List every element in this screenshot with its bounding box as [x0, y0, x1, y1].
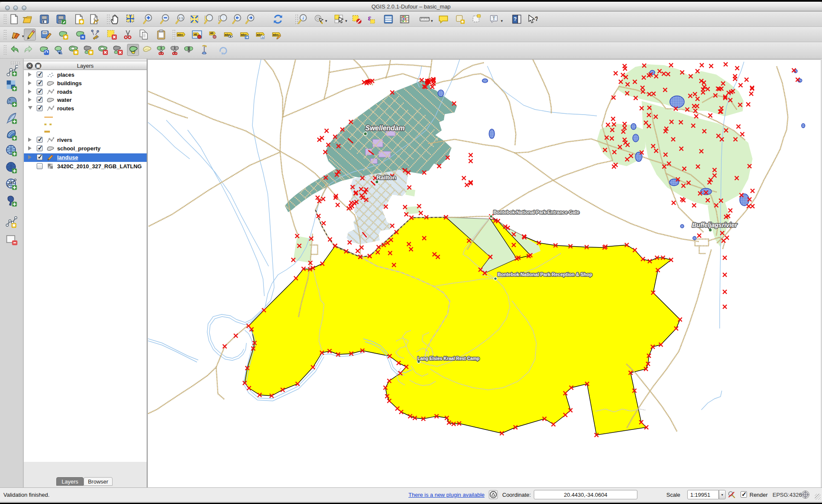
svg-text:abc: abc — [177, 33, 183, 37]
svg-text:abc: abc — [273, 33, 279, 37]
svg-text:T: T — [492, 16, 495, 21]
svg-text:i: i — [303, 16, 304, 20]
svg-text:✱: ✱ — [64, 35, 67, 40]
svg-text:✱: ✱ — [12, 223, 16, 228]
svg-text:Bontebok National Park Entranc: Bontebok National Park Entrance Gate — [493, 210, 579, 215]
svg-text:Buffeljagsrivier: Buffeljagsrivier — [692, 222, 738, 228]
svg-text:✱: ✱ — [74, 50, 78, 55]
svg-text:Swellendam: Swellendam — [365, 124, 405, 132]
svg-text:Lang Elsies Kraal Rest Camp: Lang Elsies Kraal Rest Camp — [417, 356, 479, 361]
svg-text:✱: ✱ — [89, 50, 93, 55]
svg-text:Railton: Railton — [376, 174, 396, 181]
svg-text:ab: ab — [210, 32, 214, 35]
svg-text:✱: ✱ — [461, 20, 464, 24]
svg-text:1:1: 1:1 — [179, 16, 183, 20]
svg-text:?: ? — [535, 15, 538, 22]
svg-text:Bontebok National Park Recepti: Bontebok National Park Reception & Shop — [498, 272, 592, 277]
svg-text:✱: ✱ — [79, 19, 83, 24]
svg-text:ab: ab — [194, 33, 197, 36]
svg-text:?: ? — [514, 16, 517, 22]
